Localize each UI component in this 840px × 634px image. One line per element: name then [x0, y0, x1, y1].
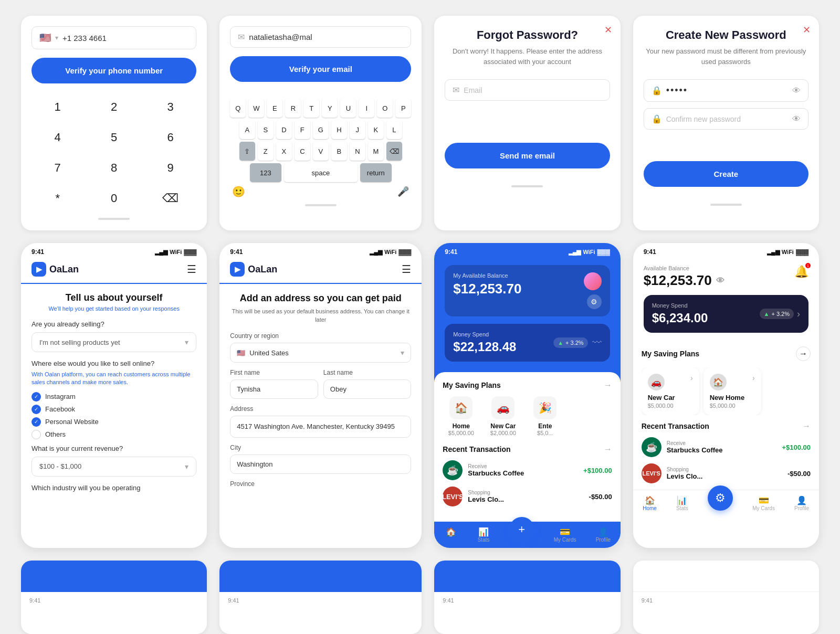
- nav-home-1[interactable]: 🏠 Home: [444, 527, 458, 543]
- dropdown1[interactable]: I'm not selling products yet ▾: [32, 332, 196, 352]
- channel-facebook[interactable]: ✓ Facebook: [32, 405, 196, 414]
- close-icon-2[interactable]: ✕: [803, 24, 811, 36]
- channel-website[interactable]: ✓ Personal Website: [32, 417, 196, 427]
- kb-space[interactable]: space: [284, 163, 358, 182]
- kb-k[interactable]: K: [368, 120, 384, 139]
- confirm-password-field[interactable]: 🔒 Confirm new password 👁: [644, 108, 808, 130]
- city-field[interactable]: Washington: [230, 455, 411, 474]
- kb-e[interactable]: E: [267, 99, 282, 118]
- verify-email-btn[interactable]: Verify your email: [230, 56, 411, 82]
- numpad-9[interactable]: 9: [144, 155, 196, 181]
- numpad-6[interactable]: 6: [144, 124, 196, 151]
- channel-others[interactable]: Others: [32, 430, 196, 439]
- numpad-8[interactable]: 8: [88, 155, 140, 181]
- saving-arrow-btn-2[interactable]: →: [796, 346, 811, 361]
- nav-stats-2[interactable]: 📊 Stats: [676, 495, 688, 511]
- home-amount-2: $5,000.00: [710, 403, 755, 409]
- kb-c[interactable]: C: [295, 142, 310, 161]
- kb-backspace[interactable]: ⌫: [386, 142, 402, 161]
- tx-arrow-1[interactable]: →: [604, 445, 612, 454]
- phone-input-row[interactable]: 🇺🇸 ▾ +1 233 4661: [32, 26, 196, 49]
- eye-icon-2[interactable]: 👁: [792, 114, 801, 124]
- numpad-2[interactable]: 2: [88, 94, 140, 120]
- chevron-icon-2: ▾: [185, 462, 188, 471]
- password-field[interactable]: 🔒 ••••• 👁: [644, 79, 808, 102]
- tx-arrow-2[interactable]: →: [802, 421, 811, 431]
- numpad-7[interactable]: 7: [32, 155, 83, 181]
- nav-cards-1[interactable]: 💳 My Cards: [554, 527, 576, 543]
- notif-badge[interactable]: 🔔 1: [794, 265, 808, 279]
- kb-n[interactable]: N: [350, 142, 365, 161]
- kb-i[interactable]: I: [359, 99, 374, 118]
- kb-emoji-btn[interactable]: 🙂: [232, 185, 245, 198]
- send-email-btn[interactable]: Send me email: [445, 143, 610, 168]
- kb-v[interactable]: V: [313, 142, 329, 161]
- eye-icon[interactable]: 👁: [792, 86, 801, 96]
- kb-h[interactable]: H: [331, 120, 347, 139]
- nav-home-2[interactable]: 🏠 Home: [643, 495, 657, 511]
- hamburger-2[interactable]: ☰: [402, 263, 411, 276]
- create-btn[interactable]: Create: [644, 161, 808, 187]
- bottom-line-3: [511, 185, 543, 187]
- kb-t[interactable]: T: [303, 99, 319, 118]
- country-field[interactable]: 🇺🇸 United Sates ▾: [230, 343, 411, 363]
- nav-fab-2[interactable]: ⚙: [708, 485, 733, 511]
- address-field[interactable]: 4517 Washington Ave. Manchester, Kentuck…: [230, 416, 411, 438]
- kb-d[interactable]: D: [276, 120, 292, 139]
- kb-g[interactable]: G: [313, 120, 329, 139]
- numpad-backspace[interactable]: ⌫: [144, 185, 196, 212]
- nav-fab-1[interactable]: +: [509, 517, 534, 542]
- kb-m[interactable]: M: [368, 142, 384, 161]
- dropdown2[interactable]: $100 - $1,000 ▾: [32, 457, 196, 477]
- kb-l[interactable]: L: [386, 120, 402, 139]
- hamburger-1[interactable]: ☰: [187, 263, 196, 276]
- kb-f[interactable]: F: [295, 120, 310, 139]
- channel-instagram[interactable]: ✓ Instagram: [32, 392, 196, 401]
- kb-q[interactable]: Q: [230, 99, 246, 118]
- firstname-field[interactable]: Tynisha: [230, 379, 318, 399]
- numpad-1[interactable]: 1: [32, 94, 83, 120]
- kb-s[interactable]: S: [258, 120, 274, 139]
- confirm-placeholder: Confirm new password: [666, 115, 788, 123]
- numpad-4[interactable]: 4: [32, 124, 83, 151]
- email-field[interactable]: ✉ Email: [445, 79, 610, 101]
- settings-icon-1[interactable]: ⚙: [587, 294, 602, 309]
- kb-j[interactable]: J: [350, 120, 365, 139]
- car-avatar-2: 🚗: [648, 374, 665, 390]
- nav-profile-2[interactable]: 👤 Profile: [794, 495, 809, 511]
- nav-cards-2[interactable]: 💳 My Cards: [752, 495, 775, 511]
- kb-o[interactable]: O: [377, 99, 393, 118]
- address-sub: This will be used as your default busine…: [230, 308, 411, 324]
- kb-w[interactable]: W: [248, 99, 264, 118]
- kb-p[interactable]: P: [395, 99, 411, 118]
- numpad-3[interactable]: 3: [144, 94, 196, 120]
- verify-phone-btn[interactable]: Verify your phone number: [32, 58, 196, 83]
- kb-x[interactable]: X: [276, 142, 292, 161]
- kb-r[interactable]: R: [285, 99, 301, 118]
- kb-123[interactable]: 123: [250, 163, 281, 182]
- arrow-icon-2[interactable]: ›: [797, 309, 800, 320]
- email-input-row[interactable]: ✉ natalietasha@mal: [230, 26, 411, 48]
- lastname-field[interactable]: Obey: [323, 379, 412, 399]
- numpad-0[interactable]: 0: [88, 185, 140, 212]
- kb-mic-btn[interactable]: 🎤: [397, 186, 409, 197]
- car-arrow-2[interactable]: ›: [690, 374, 693, 382]
- kb-z[interactable]: Z: [258, 142, 274, 161]
- kb-shift[interactable]: ⇧: [239, 142, 255, 161]
- kb-return[interactable]: return: [360, 163, 392, 182]
- kb-a[interactable]: A: [239, 120, 255, 139]
- saving-home-amount: $5,000.00: [443, 430, 479, 436]
- kb-y[interactable]: Y: [322, 99, 338, 118]
- numpad-5[interactable]: 5: [88, 124, 140, 151]
- app-header-2: ▶ OaLan ☰: [219, 258, 422, 284]
- home-arrow-2[interactable]: ›: [752, 374, 755, 382]
- saving-arrow-1[interactable]: →: [604, 381, 612, 390]
- kb-b[interactable]: B: [331, 142, 347, 161]
- eye-icon-3[interactable]: 👁: [716, 276, 724, 286]
- kb-u[interactable]: U: [340, 99, 356, 118]
- numpad-star[interactable]: *: [32, 185, 83, 212]
- country-dropdown[interactable]: ▾: [55, 34, 58, 41]
- nav-profile-1[interactable]: 👤 Profile: [596, 527, 611, 543]
- close-icon[interactable]: ✕: [604, 24, 612, 36]
- nav-stats-1[interactable]: 📊 Stats: [478, 527, 490, 543]
